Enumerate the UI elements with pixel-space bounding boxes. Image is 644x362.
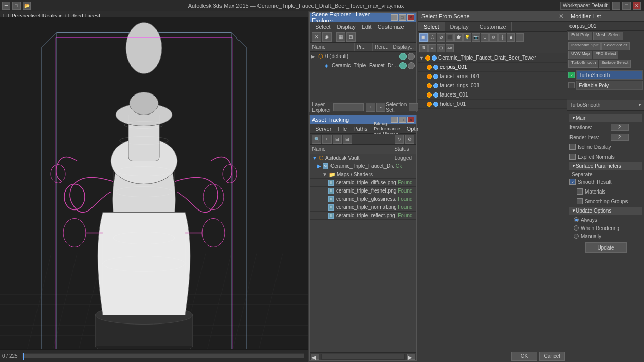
menu-btn[interactable]: ☰ xyxy=(2,2,10,10)
turbosmooth-mod-item[interactable]: TurboSmooth xyxy=(576,70,643,80)
layer-del-btn[interactable]: - xyxy=(376,103,385,112)
edit-poly-btn[interactable]: Edit Poly xyxy=(568,32,592,40)
scene-filter-btn[interactable]: ▦ xyxy=(336,32,345,42)
smoothing-checkbox[interactable] xyxy=(577,198,583,204)
scene-menu-edit[interactable]: Edit xyxy=(359,22,375,31)
scene-close-btn[interactable]: ✕ xyxy=(407,14,414,21)
sel-list-btn[interactable]: ≡ xyxy=(428,44,436,52)
sel-invert-btn[interactable]: ⊘ xyxy=(437,33,445,42)
scene-menu-customize[interactable]: Customize xyxy=(375,22,408,31)
sel-expand-btn[interactable]: ⊞ xyxy=(437,44,445,52)
timeline[interactable]: 0 / 225 xyxy=(0,349,308,362)
sel-shape-btn[interactable]: ⬟ xyxy=(454,33,463,42)
scene-content[interactable]: ▶ ⬡ 0 (default) ◈ Ceramic_Triple_Faucet_… xyxy=(310,52,416,102)
viewport[interactable]: [+] [Perspective] [Realistic + Edged Fac… xyxy=(0,11,308,362)
smooth-checkbox[interactable]: ✓ xyxy=(569,179,576,185)
sel-sort-btn[interactable]: ⇅ xyxy=(419,44,428,52)
scene-hide-btn[interactable]: ◉ xyxy=(322,32,332,42)
manually-radio[interactable] xyxy=(574,234,579,239)
scene-delete-btn[interactable]: ✕ xyxy=(312,32,321,42)
sel-row-rings[interactable]: faucet_rings_001 xyxy=(418,81,567,90)
sel-all-btn[interactable]: ▣ xyxy=(419,33,428,42)
tab-display[interactable]: Display xyxy=(445,22,474,31)
tree-row-default[interactable]: ▶ ⬡ 0 (default) xyxy=(310,52,416,61)
asset-row-reflect[interactable]: I ceramic_triple_reflect.png Found xyxy=(310,212,416,220)
sel-row-arms[interactable]: faucet_arms_001 xyxy=(418,72,567,81)
layer-combo[interactable] xyxy=(333,103,364,111)
sel-row-corpus[interactable]: corpus_001 xyxy=(418,63,567,72)
asset-grid-btn[interactable]: ⊞ xyxy=(343,135,352,144)
sel-helper-btn[interactable]: ⊕ xyxy=(481,33,489,42)
uvw-map-btn[interactable]: UVW Map xyxy=(568,51,592,59)
scene-explorer-titlebar[interactable]: Scene Explorer - Layer Explorer _ □ ✕ xyxy=(310,13,416,22)
asset-row-fresnel[interactable]: I ceramic_triple_fresnel.png Found xyxy=(310,187,416,195)
materials-checkbox[interactable] xyxy=(577,188,583,195)
asset-row-glossiness[interactable]: I ceramic_triple_glossiness.png Found xyxy=(310,195,416,203)
asset-row-maps[interactable]: ▼ 📁 Maps / Shaders xyxy=(310,170,416,179)
sel-set-btn[interactable]: SelectionSet xyxy=(601,42,630,50)
asset-del-btn[interactable]: ⊟ xyxy=(333,135,342,144)
sel-row-main[interactable]: ▼ Ceramic_Triple_Faucet_Draft_Beer_Tower xyxy=(418,53,567,63)
scene-menu-display[interactable]: Display xyxy=(334,22,359,31)
sel-cam-btn[interactable]: 📷 xyxy=(472,33,480,42)
sel-row-holder[interactable]: holder_001 xyxy=(418,100,567,109)
sel-set-input[interactable] xyxy=(409,103,418,111)
sel-point-btn[interactable]: · xyxy=(516,33,524,42)
asset-menu-paths[interactable]: Paths xyxy=(350,124,371,133)
tree-row-ceramic[interactable]: ◈ Ceramic_Triple_Faucet_Draft_Beer_T... xyxy=(310,61,416,70)
scroll-left-btn[interactable]: ◀ xyxy=(311,354,319,360)
mod-vis-btn[interactable]: ✓ xyxy=(568,72,575,78)
sel-crowd-btn[interactable]: ♟ xyxy=(507,33,515,42)
cancel-button[interactable]: Cancel xyxy=(539,352,565,361)
scene-restore-btn[interactable]: □ xyxy=(399,14,406,21)
turbo-btn[interactable]: TurboSmooth xyxy=(568,60,598,68)
min-btn[interactable]: _ xyxy=(612,2,620,10)
sel-row-faucets[interactable]: faucets_001 xyxy=(418,90,567,100)
asset-row-normal[interactable]: I ceramic_triple_normal.png Found xyxy=(310,203,416,212)
scroll-h-bar[interactable] xyxy=(321,354,405,360)
always-radio[interactable] xyxy=(574,217,579,222)
scene-expand-btn[interactable]: ⊞ xyxy=(346,32,356,42)
rendering-radio[interactable] xyxy=(574,225,579,231)
select-content[interactable]: ▼ Ceramic_Triple_Faucet_Draft_Beer_Tower… xyxy=(418,53,567,350)
mod-list[interactable]: ✓ TurboSmooth Editable Poly xyxy=(567,69,644,100)
timeline-bar[interactable] xyxy=(22,353,304,358)
asset-titlebar[interactable]: Asset Tracking _ □ ✕ xyxy=(310,115,416,124)
open-btn[interactable]: 📂 xyxy=(23,2,31,10)
sel-case-btn[interactable]: Aa xyxy=(446,44,454,52)
mesh-select-btn[interactable]: Mesh Select xyxy=(593,32,624,40)
scene-minimize-btn[interactable]: _ xyxy=(391,14,398,21)
sel-geo-btn[interactable]: ⬛ xyxy=(446,33,454,42)
close-btn[interactable]: ✕ xyxy=(633,2,641,10)
asset-row-file[interactable]: ▶ M Ceramic_Triple_Faucet_Draft_Beer_Tow… xyxy=(310,162,416,170)
asset-close-btn[interactable]: ✕ xyxy=(407,117,414,123)
ok-button[interactable]: OK xyxy=(511,352,537,361)
asset-menu-server[interactable]: Server xyxy=(312,124,335,133)
asset-row-vault[interactable]: ▼ ⬡ Autodesk Vault Logged xyxy=(310,154,416,162)
scroll-right-btn[interactable]: ▶ xyxy=(407,354,415,360)
asset-row-diffuse[interactable]: I ceramic_triple_diffuse.png Found xyxy=(310,179,416,187)
sel-none-btn[interactable]: ⬡ xyxy=(428,33,436,42)
sel-light-btn[interactable]: 💡 xyxy=(463,33,471,42)
editablepoly-mod-item[interactable]: Editable Poly xyxy=(576,81,643,90)
render-iters-input[interactable] xyxy=(611,134,629,141)
update-button[interactable]: Update xyxy=(585,242,627,253)
mod-vis-btn2[interactable] xyxy=(568,82,575,88)
asset-menu-bitmap[interactable]: Bitmap Performance and Memory xyxy=(371,124,403,133)
asset-add-btn[interactable]: + xyxy=(322,135,332,144)
ffd-btn[interactable]: FFD Select xyxy=(593,51,618,59)
scene-menu-select[interactable]: Select xyxy=(312,22,334,31)
sel-space-btn[interactable]: ⊗ xyxy=(489,33,498,42)
iterations-input[interactable] xyxy=(611,124,629,131)
select-close-btn[interactable]: ✕ xyxy=(559,13,564,20)
surface-btn[interactable]: Surface Select xyxy=(599,60,631,68)
layer-new-btn[interactable]: + xyxy=(366,103,375,112)
asset-refresh-btn[interactable]: ↻ xyxy=(395,135,404,144)
asset-menu-file[interactable]: File xyxy=(335,124,350,133)
sel-bone-btn[interactable]: ╫ xyxy=(498,33,506,42)
explicit-checkbox[interactable] xyxy=(569,154,576,160)
asset-search-btn[interactable]: 🔍 xyxy=(312,135,321,144)
turbosmooth-dropdown[interactable]: TurboSmooth xyxy=(567,100,644,110)
isoline-checkbox[interactable] xyxy=(569,144,576,150)
max-btn[interactable]: □ xyxy=(622,2,631,10)
